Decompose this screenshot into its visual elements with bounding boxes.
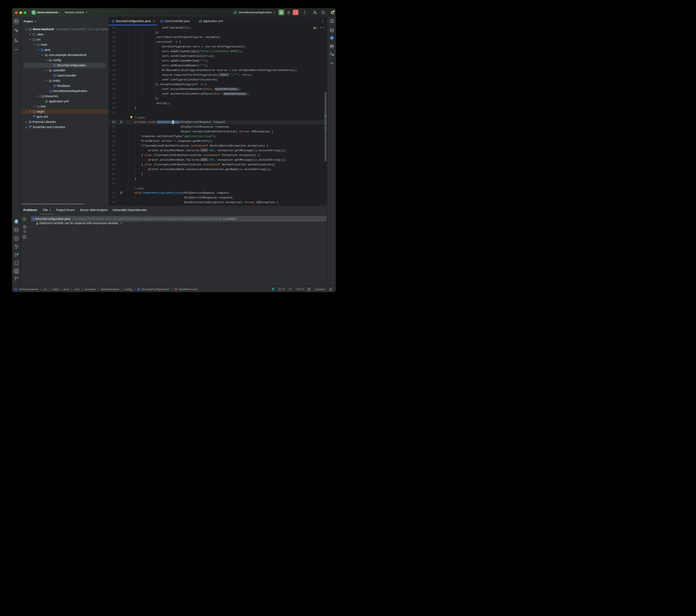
svg-text:?: ? [16, 30, 18, 32]
svg-text:C: C [138, 288, 139, 290]
svg-text:m: m [175, 288, 176, 290]
svg-text:C: C [161, 20, 162, 22]
svg-text:C: C [54, 74, 55, 77]
svg-text:C: C [54, 64, 55, 66]
svg-text:C: C [33, 218, 34, 220]
svg-text:C: C [112, 20, 114, 22]
svg-text:R: R [54, 85, 55, 87]
